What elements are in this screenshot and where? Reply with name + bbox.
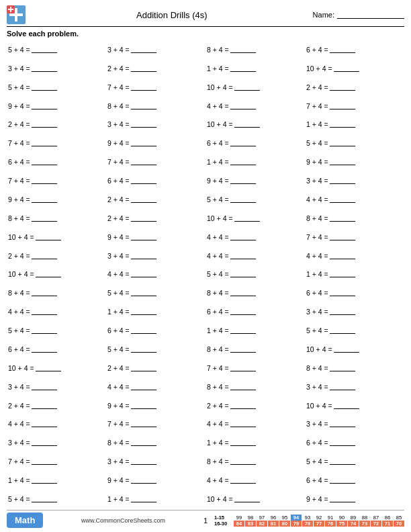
problem-item: 8 + 4 = [7, 209, 106, 228]
answer-line [330, 477, 355, 484]
problem-item: 7 + 4 = [7, 134, 106, 152]
problem-item: 4 + 4 = [106, 378, 205, 396]
score-cell: 71 [382, 521, 393, 527]
problem-text: 5 + 4 = [107, 345, 130, 353]
problem-item: 1 + 4 = [205, 152, 305, 171]
answer-line [32, 458, 57, 465]
problem-text: 3 + 4 = [306, 177, 328, 185]
answer-line [230, 46, 256, 53]
answer-line [32, 420, 57, 427]
problem-item: 5 + 4 = [305, 452, 404, 471]
svg-rect-2 [9, 13, 23, 16]
problem-text: 10 + 4 = [207, 83, 233, 91]
problem-text: 7 + 4 = [8, 177, 30, 185]
footer: Math www.CommonCoreSheets.com 1 1-159998… [7, 510, 404, 528]
answer-line [330, 308, 355, 315]
problem-item: 10 + 4 = [7, 359, 106, 378]
answer-line [330, 365, 355, 371]
answer-line [131, 327, 156, 334]
problem-item: 8 + 4 = [205, 378, 305, 396]
problem-text: 8 + 4 = [207, 457, 229, 466]
problem-text: 3 + 4 = [8, 439, 30, 447]
problem-text: 4 + 4 = [207, 233, 229, 241]
problem-item: 2 + 4 = [106, 359, 205, 378]
problem-item: 5 + 4 = [106, 283, 205, 302]
answer-line [32, 46, 57, 53]
answer-line [32, 253, 57, 259]
problem-text: 2 + 4 = [107, 195, 130, 204]
answer-line [230, 65, 256, 72]
score-cell: 91 [325, 515, 336, 521]
problem-item: 1 + 4 = [205, 433, 305, 452]
problem-item: 5 + 4 = [7, 78, 106, 97]
answer-line [234, 496, 260, 502]
problem-text: 10 + 4 = [8, 233, 34, 241]
problem-text: 4 + 4 = [207, 102, 229, 110]
score-cell: 72 [371, 521, 381, 527]
answer-line [32, 177, 57, 184]
problem-item: 3 + 4 = [7, 433, 106, 452]
answer-line [32, 140, 57, 146]
problem-text: 8 + 4 = [306, 364, 328, 372]
problem-item: 7 + 4 = [205, 359, 305, 378]
problem-item: 2 + 4 = [106, 190, 205, 209]
score-cell: 98 [245, 515, 256, 521]
answer-line [330, 103, 355, 109]
problem-item: 8 + 4 = [106, 433, 205, 452]
problem-text: 9 + 4 = [207, 177, 229, 185]
answer-line [36, 271, 61, 277]
problem-item: 10 + 4 = [305, 396, 404, 415]
answer-line [230, 420, 256, 427]
problem-text: 9 + 4 = [8, 195, 30, 204]
answer-line [230, 327, 256, 334]
problem-item: 4 + 4 = [205, 415, 305, 434]
answer-line [330, 439, 355, 446]
answer-line [131, 65, 156, 72]
score-cell: 80 [279, 521, 290, 527]
score-cell: 75 [336, 521, 347, 527]
problem-text: 10 + 4 = [306, 64, 332, 73]
answer-line [32, 215, 57, 222]
score-cell: 92 [314, 515, 324, 521]
problem-item: 5 + 4 = [106, 340, 205, 359]
answer-line [230, 290, 256, 296]
score-cell: 93 [302, 515, 313, 521]
problem-text: 3 + 4 = [8, 64, 30, 73]
problem-item: 9 + 4 = [106, 228, 205, 247]
problem-item: 1 + 4 = [205, 321, 305, 340]
problem-text: 2 + 4 = [8, 252, 30, 260]
problem-text: 1 + 4 = [8, 476, 30, 484]
problem-item: 9 + 4 = [106, 471, 205, 490]
score-row-label: 1-15 [214, 515, 233, 521]
score-cell: 99 [234, 515, 244, 521]
problem-item: 1 + 4 = [106, 302, 205, 321]
answer-line [330, 177, 355, 184]
problem-item: 7 + 4 = [7, 452, 106, 471]
problem-item: 10 + 4 = [205, 116, 305, 134]
problem-item: 8 + 4 = [305, 209, 404, 228]
answer-line [334, 65, 359, 72]
answer-line [131, 384, 156, 390]
score-cell: 96 [268, 515, 279, 521]
problem-item: 3 + 4 = [106, 452, 205, 471]
problem-item: 7 + 4 = [106, 415, 205, 434]
score-table: 1-1599989796959493929190898887868516-308… [214, 515, 404, 527]
problem-text: 6 + 4 = [306, 476, 328, 484]
problem-text: 7 + 4 = [107, 158, 130, 166]
problem-item: 10 + 4 = [205, 78, 305, 97]
answer-line [131, 496, 156, 502]
answer-line [230, 402, 256, 409]
problem-item: 7 + 4 = [305, 97, 404, 116]
problem-item: 9 + 4 = [205, 171, 305, 190]
problem-text: 3 + 4 = [306, 383, 328, 391]
problem-text: 2 + 4 = [107, 64, 130, 73]
page-number: 1 [203, 517, 208, 525]
answer-line [330, 496, 355, 502]
problem-item: 4 + 4 = [7, 415, 106, 434]
svg-rect-5 [10, 7, 11, 12]
answer-line [32, 496, 57, 502]
problem-text: 10 + 4 = [306, 402, 332, 410]
answer-line [131, 159, 156, 165]
problem-text: 8 + 4 = [207, 383, 229, 391]
problem-item: 6 + 4 = [106, 171, 205, 190]
